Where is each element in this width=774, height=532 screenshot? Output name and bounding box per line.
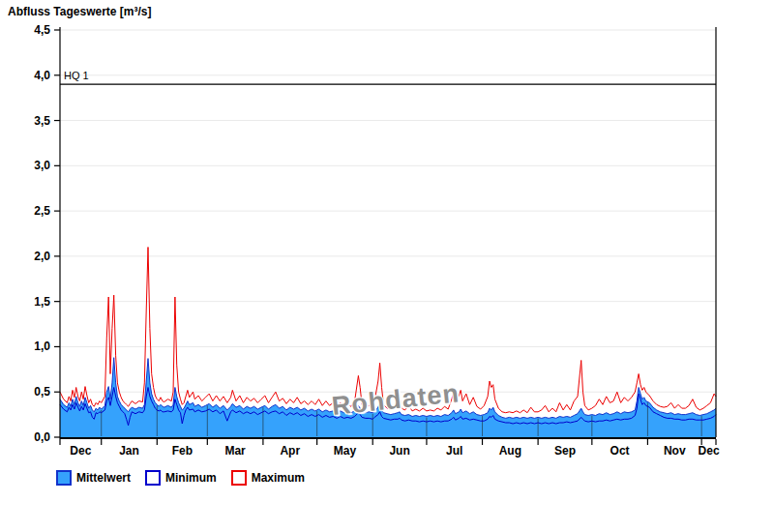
legend-item-mittelwert: Mittelwert bbox=[56, 470, 131, 486]
svg-text:Dec: Dec bbox=[699, 444, 720, 458]
svg-text:0,5: 0,5 bbox=[34, 385, 50, 399]
svg-text:Dec: Dec bbox=[70, 444, 91, 458]
legend-label-minimum: Minimum bbox=[165, 471, 217, 485]
svg-text:Mar: Mar bbox=[224, 444, 246, 458]
svg-text:3,0: 3,0 bbox=[34, 159, 50, 172]
svg-text:May: May bbox=[334, 444, 357, 458]
svg-text:Jan: Jan bbox=[119, 444, 139, 458]
svg-text:Jul: Jul bbox=[446, 444, 462, 458]
legend-item-maximum: Maximum bbox=[231, 470, 305, 486]
svg-text:1,0: 1,0 bbox=[34, 340, 50, 353]
svg-text:Jun: Jun bbox=[389, 444, 409, 458]
legend-label-mittelwert: Mittelwert bbox=[76, 471, 131, 485]
svg-text:Apr: Apr bbox=[280, 444, 300, 458]
maximum-swatch-icon bbox=[231, 470, 247, 486]
chart-title: Abfluss Tageswerte [m³/s] bbox=[8, 5, 151, 18]
discharge-chart-page: Abfluss Tageswerte [m³/s] 0,00,51,01,52,… bbox=[0, 0, 774, 532]
svg-text:Feb: Feb bbox=[172, 444, 193, 458]
svg-text:1,5: 1,5 bbox=[34, 295, 50, 309]
svg-text:Oct: Oct bbox=[610, 444, 630, 458]
svg-text:4,0: 4,0 bbox=[34, 69, 50, 82]
minimum-swatch-icon bbox=[145, 470, 161, 486]
svg-text:Sep: Sep bbox=[554, 444, 576, 458]
svg-text:3,5: 3,5 bbox=[34, 114, 50, 128]
svg-text:4,5: 4,5 bbox=[34, 23, 50, 37]
svg-text:0,0: 0,0 bbox=[34, 430, 50, 444]
discharge-chart-plot: 0,00,51,01,52,02,53,03,54,04,5DecJanFebM… bbox=[0, 0, 774, 532]
svg-text:2,0: 2,0 bbox=[34, 250, 50, 263]
chart-legend: Mittelwert Minimum Maximum bbox=[56, 470, 319, 486]
svg-text:Aug: Aug bbox=[499, 444, 521, 458]
legend-label-maximum: Maximum bbox=[252, 471, 305, 485]
svg-text:Nov: Nov bbox=[664, 444, 686, 458]
legend-item-minimum: Minimum bbox=[145, 470, 217, 486]
hq1-annotation-label: HQ 1 bbox=[64, 70, 89, 81]
svg-text:2,5: 2,5 bbox=[34, 204, 50, 218]
mittelwert-swatch-icon bbox=[56, 470, 72, 486]
